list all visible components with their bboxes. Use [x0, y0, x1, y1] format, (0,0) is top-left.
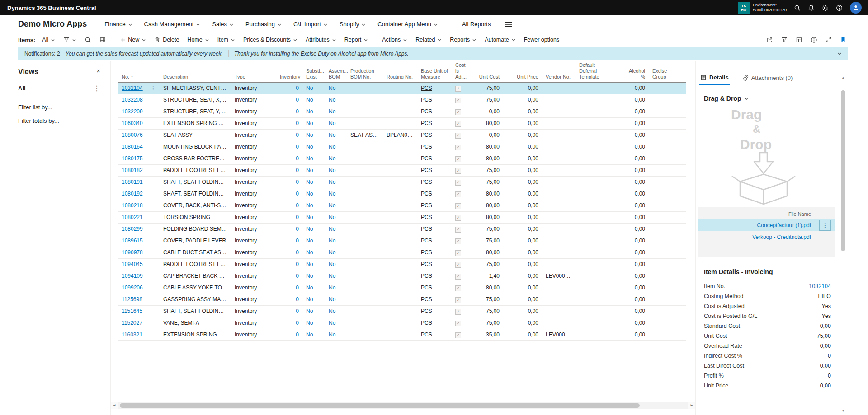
cell-vendor[interactable] — [542, 282, 576, 294]
subst-link[interactable]: No — [306, 202, 313, 209]
subst-link[interactable]: No — [306, 132, 313, 138]
subst-link[interactable]: No — [306, 108, 313, 115]
column-header-cost-adj[interactable]: Cost is Adj... — [452, 61, 475, 82]
cell-unit-price[interactable]: 0,00 — [503, 329, 542, 340]
cell-unit-price[interactable]: 0,00 — [503, 317, 542, 329]
cell-description[interactable]: EXTENSION SPRING HAMMER... — [160, 117, 231, 129]
cell-prod-bom[interactable] — [347, 164, 383, 176]
cell-description[interactable]: TORSION SPRING — [160, 211, 231, 223]
search-icon[interactable] — [794, 5, 801, 11]
subst-link[interactable]: No — [306, 214, 313, 220]
cell-unit-price[interactable]: 0,00 — [503, 176, 542, 188]
scroll-down-arrow-icon[interactable]: ▼ — [840, 409, 846, 412]
new-button[interactable]: New — [118, 36, 147, 44]
cell-description[interactable]: SHAFT, SEAT FOLDING, MAIN_v2 — [160, 305, 231, 317]
prices-discounts-button[interactable]: Prices & Discounts — [242, 36, 299, 44]
cost-adjusted-checkbox[interactable]: ✓ — [455, 215, 461, 221]
cell-no[interactable]: 1094045 — [118, 258, 160, 270]
subst-link[interactable]: No — [306, 120, 313, 126]
cost-adjusted-checkbox[interactable]: ✓ — [455, 238, 461, 244]
cell-inventory[interactable]: 0 — [276, 200, 302, 211]
column-header-excise[interactable]: Excise Group — [649, 61, 686, 82]
item-no-link[interactable]: 1080218 — [122, 202, 143, 209]
cell-no[interactable]: 1099206 — [118, 282, 160, 294]
cell-prod-bom[interactable] — [347, 317, 383, 329]
cell-inventory[interactable]: 0 — [276, 176, 302, 188]
column-header-description[interactable]: Description — [160, 61, 231, 82]
search-list-button[interactable] — [83, 36, 93, 44]
cell-asm[interactable]: No — [325, 282, 347, 294]
cell-alcohol[interactable]: 0,00 — [621, 247, 649, 258]
column-header-subst[interactable]: Substi... Exist — [302, 61, 325, 82]
cell-asm[interactable]: No — [325, 317, 347, 329]
cell-subst[interactable]: No — [302, 282, 325, 294]
cell-description[interactable]: VANE, SEMI-A — [160, 317, 231, 329]
cell-prod-bom[interactable] — [347, 94, 383, 106]
cell-prod-bom[interactable] — [347, 141, 383, 153]
cell-asm[interactable]: No — [325, 164, 347, 176]
table-row[interactable]: 1032208STRUCTURE, SEAT, X, ASSY, PCInven… — [118, 94, 686, 106]
help-icon[interactable] — [836, 5, 843, 11]
cell-excise[interactable] — [649, 188, 686, 200]
cell-uom[interactable]: PCS — [417, 129, 452, 141]
cell-unit-cost[interactable]: 80,00 — [475, 141, 503, 153]
cell-unit-cost[interactable]: 75,00 — [475, 176, 503, 188]
asm-link[interactable]: No — [329, 238, 335, 244]
inventory-link[interactable]: 0 — [296, 202, 299, 209]
item-no-link[interactable]: 1032208 — [122, 97, 143, 103]
item-no-link[interactable]: 1089615 — [122, 238, 143, 244]
cost-adjusted-checkbox[interactable]: ✓ — [455, 86, 461, 92]
file-kebab-menu[interactable]: ⋮ — [819, 220, 831, 231]
cell-type[interactable]: Inventory — [231, 129, 276, 141]
cell-inventory[interactable]: 0 — [276, 141, 302, 153]
cell-subst[interactable]: No — [302, 106, 325, 117]
item-no-link[interactable]: 1080191 — [122, 179, 143, 185]
cell-routing[interactable] — [383, 235, 417, 247]
cost-adjusted-checkbox[interactable]: ✓ — [455, 227, 461, 233]
cell-prod-bom[interactable] — [347, 294, 383, 305]
cell-inventory[interactable]: 0 — [276, 153, 302, 164]
cell-uom[interactable]: PCS — [417, 270, 452, 282]
item-button[interactable]: Item — [216, 36, 236, 44]
cell-vendor[interactable] — [542, 235, 576, 247]
cell-subst[interactable]: No — [302, 117, 325, 129]
cell-asm[interactable]: No — [325, 94, 347, 106]
cost-adjusted-checkbox[interactable]: ✓ — [455, 297, 461, 303]
company-name[interactable]: Demo Micro Apps — [18, 19, 87, 29]
cell-prod-bom[interactable] — [347, 82, 383, 94]
cell-description[interactable]: CABLE DUCT SEAT ASSY — [160, 247, 231, 258]
cell-routing[interactable] — [383, 82, 417, 94]
cell-inventory[interactable]: 0 — [276, 317, 302, 329]
item-no-link[interactable]: 1032209 — [122, 108, 143, 115]
inventory-link[interactable]: 0 — [296, 261, 299, 267]
item-no-link[interactable]: 1151645 — [122, 308, 142, 314]
cell-type[interactable]: Inventory — [231, 153, 276, 164]
cell-unit-cost[interactable]: 0,00 — [475, 106, 503, 117]
notification-count[interactable]: Notifications: 2 — [24, 51, 60, 57]
cell-asm[interactable]: No — [325, 176, 347, 188]
cell-routing[interactable] — [383, 223, 417, 235]
cell-prod-bom[interactable] — [347, 153, 383, 164]
cell-asm[interactable]: No — [325, 329, 347, 340]
cell-routing[interactable] — [383, 247, 417, 258]
app-title[interactable]: Dynamics 365 Business Central — [7, 5, 96, 11]
cell-unit-cost[interactable]: 35,00 — [475, 329, 503, 340]
cell-no[interactable]: 1152027 — [118, 317, 160, 329]
cell-prod-bom[interactable] — [347, 282, 383, 294]
close-icon[interactable]: × — [96, 67, 100, 75]
cell-asm[interactable]: No — [325, 82, 347, 94]
cell-no[interactable]: 1080164 — [118, 141, 160, 153]
cell-deferral[interactable] — [576, 82, 621, 94]
cell-description[interactable]: STRUCTURE, SEAT, X, ASSY, PC — [160, 94, 231, 106]
cell-description[interactable]: SHAFT, SEAT FOLDING, MAIN — [160, 176, 231, 188]
cell-alcohol[interactable]: 0,00 — [621, 223, 649, 235]
subst-link[interactable]: No — [306, 331, 313, 338]
inventory-link[interactable]: 0 — [296, 108, 299, 115]
cell-cost-adj[interactable]: ✓ — [452, 176, 475, 188]
cell-cost-adj[interactable]: ✓ — [452, 223, 475, 235]
cell-unit-price[interactable]: 0,00 — [503, 141, 542, 153]
cell-prod-bom[interactable] — [347, 200, 383, 211]
cell-vendor[interactable] — [542, 258, 576, 270]
cell-no[interactable]: 1032209 — [118, 106, 160, 117]
cell-unit-cost[interactable]: 80,00 — [475, 200, 503, 211]
